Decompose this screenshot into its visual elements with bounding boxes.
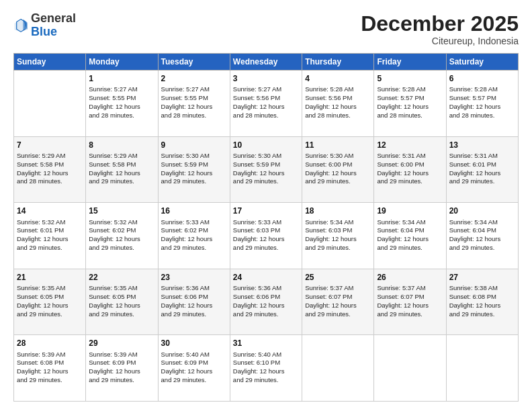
day-info-line: Sunrise: 5:35 AM — [89, 284, 154, 293]
day-info-line: Sunrise: 5:36 AM — [161, 284, 227, 293]
day-info-line: Sunrise: 5:29 AM — [17, 152, 83, 161]
day-info-line: Sunrise: 5:39 AM — [17, 351, 83, 359]
day-info-line: and 29 minutes. — [305, 310, 371, 319]
day-info-line: and 29 minutes. — [89, 376, 154, 385]
day-info-line: Sunset: 6:01 PM — [449, 161, 515, 169]
day-info-line: Daylight: 12 hours — [377, 235, 443, 244]
day-info-line: Sunrise: 5:30 AM — [233, 152, 299, 161]
day-info-line: Daylight: 12 hours — [161, 235, 227, 244]
day-info-line: Sunrise: 5:35 AM — [17, 284, 83, 293]
day-info-line: Sunrise: 5:40 AM — [161, 351, 227, 359]
calendar-cell: 3Sunrise: 5:27 AMSunset: 5:56 PMDaylight… — [230, 71, 302, 137]
day-info-line: Sunrise: 5:40 AM — [233, 351, 299, 359]
day-info-line: Daylight: 12 hours — [233, 367, 299, 376]
calendar-cell — [446, 335, 518, 402]
day-number: 1 — [89, 73, 154, 84]
day-info-line: and 29 minutes. — [377, 310, 443, 319]
day-info-line: Daylight: 12 hours — [89, 235, 154, 244]
col-header-thursday: Thursday — [302, 54, 374, 71]
day-info-line: and 29 minutes. — [233, 177, 299, 186]
calendar-cell: 28Sunrise: 5:39 AMSunset: 6:08 PMDayligh… — [14, 335, 86, 402]
day-info-line: and 28 minutes. — [161, 111, 227, 120]
calendar-week-3: 14Sunrise: 5:32 AMSunset: 6:01 PMDayligh… — [14, 203, 519, 269]
day-info-line: Sunset: 6:08 PM — [449, 293, 515, 302]
day-number: 14 — [17, 205, 83, 216]
calendar-cell: 25Sunrise: 5:37 AMSunset: 6:07 PMDayligh… — [302, 269, 374, 335]
calendar-cell: 10Sunrise: 5:30 AMSunset: 5:59 PMDayligh… — [230, 136, 302, 203]
day-info-line: Sunrise: 5:31 AM — [449, 152, 515, 161]
col-header-monday: Monday — [86, 54, 158, 71]
day-info-line: Sunset: 6:09 PM — [89, 359, 154, 367]
day-info-line: Sunset: 6:00 PM — [377, 161, 443, 169]
day-info-line: Daylight: 12 hours — [305, 302, 371, 310]
calendar-cell — [14, 71, 86, 137]
day-info-line: and 29 minutes. — [17, 376, 83, 385]
day-number: 26 — [377, 272, 443, 283]
day-info-line: Sunset: 6:01 PM — [17, 226, 83, 235]
month-title: December 2025 — [361, 12, 519, 36]
day-info-line: Sunrise: 5:34 AM — [449, 218, 515, 227]
day-info-line: Daylight: 12 hours — [89, 103, 154, 111]
day-number: 11 — [305, 140, 371, 150]
day-info-line: and 29 minutes. — [161, 177, 227, 186]
day-number: 20 — [449, 205, 515, 216]
calendar-cell: 9Sunrise: 5:30 AMSunset: 5:59 PMDaylight… — [158, 136, 230, 203]
day-info-line: Sunset: 6:06 PM — [233, 293, 299, 302]
day-info-line: Sunset: 5:55 PM — [89, 94, 154, 103]
calendar-cell: 12Sunrise: 5:31 AMSunset: 6:00 PMDayligh… — [374, 136, 446, 203]
day-info-line: Daylight: 12 hours — [449, 235, 515, 244]
day-info-line: and 28 minutes. — [233, 111, 299, 120]
day-info-line: and 29 minutes. — [17, 244, 83, 253]
day-info-line: Sunrise: 5:27 AM — [89, 85, 154, 94]
calendar-cell: 27Sunrise: 5:38 AMSunset: 6:08 PMDayligh… — [446, 269, 518, 335]
calendar-cell: 8Sunrise: 5:29 AMSunset: 5:58 PMDaylight… — [86, 136, 158, 203]
calendar-table: SundayMondayTuesdayWednesdayThursdayFrid… — [13, 53, 519, 402]
day-info-line: Sunrise: 5:37 AM — [377, 284, 443, 293]
day-info-line: Sunrise: 5:33 AM — [161, 218, 227, 227]
day-info-line: and 29 minutes. — [377, 177, 443, 186]
calendar-cell: 2Sunrise: 5:27 AMSunset: 5:55 PMDaylight… — [158, 71, 230, 137]
day-number: 23 — [161, 272, 227, 283]
day-number: 8 — [89, 140, 154, 150]
day-info-line: Sunset: 5:59 PM — [161, 161, 227, 169]
col-header-saturday: Saturday — [446, 54, 518, 71]
day-number: 28 — [17, 338, 83, 349]
day-number: 15 — [89, 205, 154, 216]
day-number: 5 — [377, 73, 443, 84]
calendar-cell: 4Sunrise: 5:28 AMSunset: 5:56 PMDaylight… — [302, 71, 374, 137]
day-number: 10 — [233, 140, 299, 150]
day-number: 22 — [89, 272, 154, 283]
day-info-line: Daylight: 12 hours — [305, 103, 371, 111]
day-info-line: Sunrise: 5:29 AM — [89, 152, 154, 161]
header: General Blue December 2025 Citeureup, In… — [13, 12, 519, 46]
day-info-line: Daylight: 12 hours — [377, 302, 443, 310]
day-info-line: Daylight: 12 hours — [377, 103, 443, 111]
day-info-line: Sunset: 6:07 PM — [377, 293, 443, 302]
day-info-line: and 29 minutes. — [233, 310, 299, 319]
day-info-line: and 29 minutes. — [89, 177, 154, 186]
logo-text: General Blue — [31, 12, 76, 39]
day-number: 27 — [449, 272, 515, 283]
day-info-line: and 29 minutes. — [17, 310, 83, 319]
subtitle: Citeureup, Indonesia — [361, 36, 519, 46]
day-info-line: and 29 minutes. — [449, 244, 515, 253]
day-info-line: Sunrise: 5:27 AM — [161, 85, 227, 94]
calendar-cell: 16Sunrise: 5:33 AMSunset: 6:02 PMDayligh… — [158, 203, 230, 269]
day-info-line: Sunset: 6:04 PM — [449, 226, 515, 235]
day-info-line: Daylight: 12 hours — [449, 302, 515, 310]
day-info-line: Sunset: 6:02 PM — [89, 226, 154, 235]
day-info-line: Sunset: 6:04 PM — [377, 226, 443, 235]
day-info-line: Sunrise: 5:39 AM — [89, 351, 154, 359]
day-info-line: Sunset: 6:05 PM — [17, 293, 83, 302]
calendar-week-1: 1Sunrise: 5:27 AMSunset: 5:55 PMDaylight… — [14, 71, 519, 137]
day-info-line: Sunset: 6:02 PM — [161, 226, 227, 235]
day-number: 7 — [17, 140, 83, 150]
col-header-tuesday: Tuesday — [158, 54, 230, 71]
day-number: 30 — [161, 338, 227, 349]
calendar-cell: 15Sunrise: 5:32 AMSunset: 6:02 PMDayligh… — [86, 203, 158, 269]
calendar-cell: 7Sunrise: 5:29 AMSunset: 5:58 PMDaylight… — [14, 136, 86, 203]
day-number: 17 — [233, 205, 299, 216]
day-info-line: Sunset: 6:05 PM — [89, 293, 154, 302]
day-info-line: Sunset: 5:57 PM — [449, 94, 515, 103]
day-info-line: Daylight: 12 hours — [233, 302, 299, 310]
